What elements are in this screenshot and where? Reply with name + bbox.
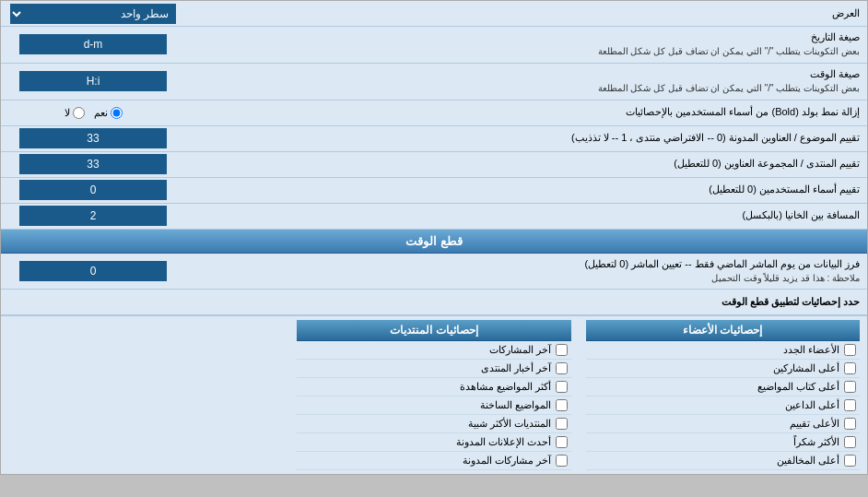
- stats-item-top-inviters: أعلى الداعين: [586, 396, 860, 415]
- cutoff-input-area: [1, 259, 185, 283]
- checkbox-hot-topics[interactable]: [556, 399, 568, 411]
- stats-item-top-violated: أعلى المخالفين: [586, 452, 860, 470]
- bold-no-radio[interactable]: [73, 107, 85, 119]
- contributions-stats-header: إحصائيات المنتديات: [297, 320, 570, 341]
- stats-item-latest-posts: آخر المشاركات: [297, 341, 570, 360]
- bold-names-label: إزالة نمط بولد (Bold) من أسماء المستخدمي…: [185, 101, 867, 123]
- stats-item-most-thanks: الأكثر شكراً: [586, 433, 860, 452]
- space-between-input[interactable]: [19, 206, 167, 226]
- sort-users-row: تقييم أسماء المستخدمين (0 للتعطيل): [1, 178, 867, 204]
- checkbox-most-viewed[interactable]: [556, 381, 568, 393]
- header-row: العرض سطر واحد: [1, 1, 867, 27]
- bold-yes-label[interactable]: نعم: [94, 107, 123, 119]
- stats-item-new-members: الأعضاء الجدد: [586, 341, 860, 360]
- date-format-row: صيغة التاريخ بعض التكوينات يتطلب "/" الت…: [1, 27, 867, 64]
- stats-item-latest-announcements: أحدث الإعلانات المدونة: [297, 433, 570, 452]
- stats-item-most-viewed: أكثر المواضيع مشاهدة: [297, 378, 570, 396]
- sort-users-input-area: [1, 178, 185, 202]
- checkbox-top-contributors[interactable]: [844, 362, 856, 374]
- space-between-label: المسافة بين الخانيا (بالبكسل): [185, 205, 867, 226]
- bold-names-radio-area: نعم لا: [1, 105, 185, 121]
- sort-forums-row: تقييم المنتدى / المجموعة العناوين (0 للت…: [1, 152, 867, 178]
- time-format-input-area: [1, 69, 185, 93]
- date-format-label: صيغة التاريخ بعض التكوينات يتطلب "/" الت…: [185, 27, 867, 63]
- contributions-stats-col: إحصائيات المنتديات آخر المشاركات آخر أخب…: [289, 316, 578, 474]
- apply-spacer-col: [1, 316, 289, 474]
- checkbox-latest-announcements[interactable]: [556, 436, 568, 448]
- cutoff-section-header: قطع الوقت: [1, 230, 867, 254]
- sort-topics-input[interactable]: [19, 128, 167, 148]
- stats-columns: إحصائيات الأعضاء الأعضاء الجدد أعلى المش…: [1, 315, 867, 474]
- stats-item-top-contributors: أعلى المشاركين: [586, 360, 860, 378]
- checkbox-latest-posts[interactable]: [556, 344, 568, 356]
- bold-no-label[interactable]: لا: [65, 107, 85, 119]
- stats-item-latest-blog-posts: آخر مشاركات المدونة: [297, 452, 570, 470]
- header-label: العرض: [185, 4, 867, 23]
- checkbox-most-thanks[interactable]: [844, 436, 856, 448]
- stats-item-top-topic-writers: أعلى كتاب المواضيع: [586, 378, 860, 396]
- space-between-input-area: [1, 204, 185, 228]
- time-format-row: صيغة الوقت بعض التكوينات يتطلب "/" التي …: [1, 64, 867, 101]
- sort-users-label: تقييم أسماء المستخدمين (0 للتعطيل): [185, 179, 867, 200]
- header-select-area[interactable]: سطر واحد: [1, 2, 185, 26]
- apply-row: حدد إحصائيات لتطبيق قطع الوقت: [1, 290, 867, 315]
- stats-item-latest-news: آخر أخبار المنتدى: [297, 360, 570, 378]
- cutoff-row: فرز البيانات من يوم الماشر الماضي فقط --…: [1, 254, 867, 290]
- checkbox-most-similar-forums[interactable]: [556, 418, 568, 430]
- bold-yes-radio[interactable]: [111, 107, 123, 119]
- members-stats-header: إحصائيات الأعضاء: [586, 320, 860, 341]
- sort-forums-input-area: [1, 152, 185, 176]
- main-container: العرض سطر واحد صيغة التاريخ بعض التكوينا…: [0, 0, 868, 475]
- sort-forums-input[interactable]: [19, 154, 167, 174]
- checkbox-top-violated[interactable]: [844, 455, 856, 467]
- cutoff-input[interactable]: [19, 261, 167, 281]
- date-format-input-area: [1, 32, 185, 56]
- time-format-label: صيغة الوقت بعض التكوينات يتطلب "/" التي …: [185, 64, 867, 100]
- stats-item-top-rated: الأعلى تقييم: [586, 415, 860, 433]
- checkbox-latest-blog-posts[interactable]: [556, 455, 568, 467]
- checkbox-latest-news[interactable]: [556, 362, 568, 374]
- bold-radio-group: نعم لا: [57, 107, 130, 119]
- time-format-input[interactable]: [19, 71, 167, 91]
- checkbox-top-rated[interactable]: [844, 418, 856, 430]
- sort-topics-input-area: [1, 126, 185, 150]
- cutoff-label: فرز البيانات من يوم الماشر الماضي فقط --…: [185, 254, 867, 290]
- sort-users-input[interactable]: [19, 180, 167, 200]
- date-format-input[interactable]: [19, 34, 167, 54]
- sort-forums-label: تقييم المنتدى / المجموعة العناوين (0 للت…: [185, 153, 867, 174]
- sort-topics-row: تقييم الموضوع / العناوين المدونة (0 -- ا…: [1, 126, 867, 152]
- space-between-row: المسافة بين الخانيا (بالبكسل): [1, 204, 867, 230]
- sort-topics-label: تقييم الموضوع / العناوين المدونة (0 -- ا…: [185, 127, 867, 148]
- checkbox-new-members[interactable]: [844, 344, 856, 356]
- bold-names-row: إزالة نمط بولد (Bold) من أسماء المستخدمي…: [1, 101, 867, 126]
- checkbox-top-topic-writers[interactable]: [844, 381, 856, 393]
- display-select[interactable]: سطر واحد: [10, 4, 176, 24]
- apply-label: حدد إحصائيات لتطبيق قطع الوقت: [1, 292, 867, 312]
- stats-item-hot-topics: المواضيع الساخنة: [297, 396, 570, 415]
- stats-item-most-similar-forums: المنتديات الأكثر شبية: [297, 415, 570, 433]
- checkbox-top-inviters[interactable]: [844, 399, 856, 411]
- members-stats-col: إحصائيات الأعضاء الأعضاء الجدد أعلى المش…: [579, 316, 867, 474]
